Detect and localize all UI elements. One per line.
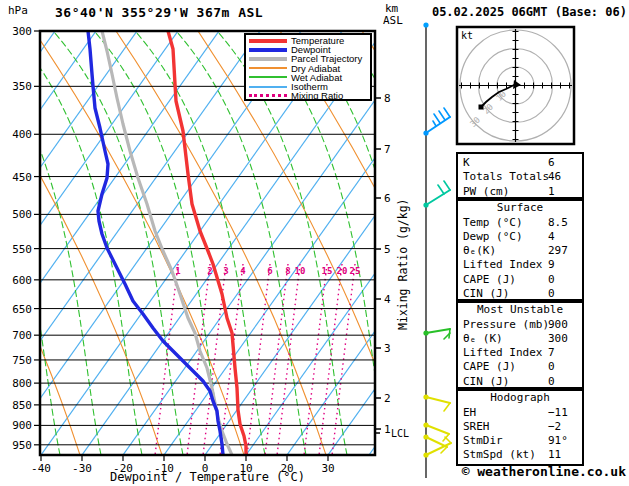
row-label: SREH <box>463 420 490 433</box>
svg-text:7: 7 <box>384 143 391 156</box>
svg-text:650: 650 <box>12 303 32 316</box>
row-label: CIN (J) <box>463 375 509 388</box>
svg-text:800: 800 <box>12 377 32 390</box>
surface-panel: Surface Temp (°C)8.5 Dewp (°C)4 θₑ(K)297… <box>456 199 584 301</box>
row-label: Totals Totals <box>463 170 549 183</box>
row-label: EH <box>463 406 476 419</box>
svg-text:2: 2 <box>384 392 391 405</box>
row-value: 297 <box>548 244 568 258</box>
legend-label: Mixing Ratio <box>291 91 343 100</box>
row-label: Temp (°C) <box>463 216 523 229</box>
svg-text:1: 1 <box>384 423 391 436</box>
svg-text:10: 10 <box>295 266 306 276</box>
mixing-ratio-axis-label: Mixing Ratio (g/kg) <box>396 198 410 330</box>
indices-panel: K6 Totals Totals46 PW (cm)1 <box>456 152 584 199</box>
wind-barb <box>423 108 450 136</box>
row-value: 0 <box>548 360 555 374</box>
svg-text:8: 8 <box>285 266 290 276</box>
svg-text:400: 400 <box>12 128 32 141</box>
hodograph-start-marker <box>479 105 484 110</box>
row-value: −11 <box>548 406 568 420</box>
altitude-unit-asl: ASL <box>383 14 403 27</box>
dewpoint-line-swatch <box>249 48 287 52</box>
svg-text:3: 3 <box>384 342 391 355</box>
row-value: 9 <box>548 258 555 272</box>
svg-text:6: 6 <box>267 266 272 276</box>
row-label: Lifted Index <box>463 258 542 271</box>
skewt-sounding-page: 1234681015202530035040045050055060065070… <box>0 0 629 486</box>
svg-text:4: 4 <box>384 293 391 306</box>
page-title: 36°40'N 355°29'W 367m ASL <box>55 5 263 20</box>
row-value: 900 <box>548 318 568 332</box>
row-value: −2 <box>548 420 561 434</box>
row-value: 0 <box>548 375 555 389</box>
pressure-axis: 3003504004505005506006507007508008509009… <box>12 25 40 452</box>
datetime-label: 05.02.2025 06GMT (Base: 06) <box>410 5 627 19</box>
panel-row: CIN (J)0 <box>458 287 582 301</box>
row-value: 0 <box>548 287 555 301</box>
mixing-ratio-swatch <box>249 94 287 97</box>
row-value: 91° <box>548 434 568 448</box>
wet-adiabat-swatch <box>249 76 287 78</box>
legend-item-mixing-ratio: Mixing Ratio <box>249 91 370 100</box>
svg-text:750: 750 <box>12 354 32 367</box>
row-value: 8.5 <box>548 216 568 230</box>
row-label: K <box>463 156 470 169</box>
panel-row: PW (cm)1 <box>458 185 582 199</box>
panel-row: Totals Totals46 <box>458 170 582 184</box>
wind-barb <box>423 394 450 411</box>
panel-row: θₑ(K)297 <box>458 244 582 258</box>
svg-text:6: 6 <box>384 192 391 205</box>
row-label: StmSpd (kt) <box>463 448 536 461</box>
svg-text:350: 350 <box>12 80 32 93</box>
x-axis-label: Dewpoint / Temperature (°C) <box>40 470 375 484</box>
panel-row: StmSpd (kt)11 <box>458 448 582 462</box>
legend: Temperature Dewpoint Parcel Trajectory D… <box>244 33 372 101</box>
hodograph-unit-label: kt <box>461 30 473 41</box>
row-label: Dewp (°C) <box>463 230 523 243</box>
wind-barb <box>423 22 428 27</box>
panel-header: Hodograph <box>458 391 582 406</box>
hodograph-panel: Hodograph EH−11 SREH−2 StmDir91° StmSpd … <box>456 389 584 466</box>
dry-adiabat-swatch <box>249 67 287 69</box>
panel-row: Lifted Index7 <box>458 346 582 360</box>
svg-text:500: 500 <box>12 208 32 221</box>
row-label: CIN (J) <box>463 287 509 300</box>
svg-text:900: 900 <box>12 419 32 432</box>
svg-text:950: 950 <box>12 439 32 452</box>
hodograph: 102030kt <box>457 27 574 144</box>
svg-text:2: 2 <box>207 266 212 276</box>
panel-row: CIN (J)0 <box>458 375 582 389</box>
row-value: 7 <box>548 346 555 360</box>
panel-row: CAPE (J)0 <box>458 360 582 374</box>
row-label: θₑ (K) <box>463 332 503 345</box>
wind-barb <box>423 181 450 208</box>
svg-text:4: 4 <box>240 266 246 276</box>
row-value: 6 <box>548 156 555 170</box>
svg-text:450: 450 <box>12 171 32 184</box>
wind-barb <box>423 329 450 339</box>
parcel-line-swatch <box>249 57 287 61</box>
row-value: 0 <box>548 273 555 287</box>
most-unstable-panel: Most Unstable Pressure (mb)900 θₑ (K)300… <box>456 301 584 389</box>
svg-text:600: 600 <box>12 274 32 287</box>
svg-text:300: 300 <box>12 25 32 38</box>
row-label: CAPE (J) <box>463 360 516 373</box>
svg-text:8: 8 <box>384 92 391 105</box>
svg-text:850: 850 <box>12 399 32 412</box>
credit-footer: © weatheronline.co.uk <box>462 464 626 479</box>
panel-row: SREH−2 <box>458 420 582 434</box>
panel-row: Pressure (mb)900 <box>458 318 582 332</box>
wind-barb-column <box>423 22 451 478</box>
svg-text:25: 25 <box>350 266 361 276</box>
row-value: 11 <box>548 448 561 462</box>
row-label: Lifted Index <box>463 346 542 359</box>
panel-row: Dewp (°C)4 <box>458 230 582 244</box>
lcl-label: LCL <box>391 428 409 439</box>
row-value: 1 <box>548 185 555 199</box>
panel-row: Temp (°C)8.5 <box>458 216 582 230</box>
svg-text:5: 5 <box>384 243 391 256</box>
svg-text:20: 20 <box>337 266 348 276</box>
panel-row: θₑ (K)300 <box>458 332 582 346</box>
row-label: Pressure (mb) <box>463 318 549 331</box>
